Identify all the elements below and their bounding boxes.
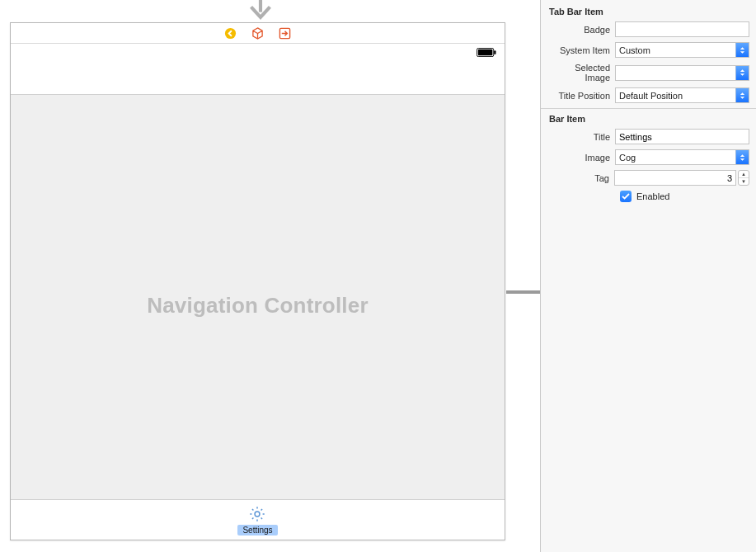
stepper-arrows-icon bbox=[735, 150, 749, 164]
svg-point-5 bbox=[256, 512, 261, 517]
title-position-select[interactable]: Default Position bbox=[615, 87, 749, 103]
row-selected-image: Selected Image bbox=[547, 63, 749, 83]
stepper-arrows-icon bbox=[735, 43, 749, 57]
stepper-down-icon[interactable]: ▼ bbox=[739, 178, 749, 185]
label-title-position: Title Position bbox=[547, 91, 615, 101]
status-bar bbox=[11, 44, 505, 60]
tab-bar: Settings bbox=[11, 499, 505, 540]
tag-field[interactable] bbox=[614, 170, 736, 186]
label-title: Title bbox=[547, 132, 615, 142]
scene-nav-icon[interactable] bbox=[224, 27, 237, 40]
navigation-controller-scene[interactable]: Navigation Controller Settings bbox=[10, 22, 505, 540]
selected-image-select[interactable] bbox=[615, 65, 749, 81]
row-image: Image Cog bbox=[547, 149, 749, 165]
tab-item-label: Settings bbox=[237, 525, 277, 535]
label-tag: Tag bbox=[547, 173, 614, 183]
section-title-bar-item: Bar Item bbox=[549, 114, 749, 124]
row-title: Title bbox=[547, 129, 749, 144]
image-select[interactable]: Cog bbox=[615, 149, 749, 165]
scene-content-label: Navigation Controller bbox=[147, 293, 369, 318]
row-badge: Badge bbox=[547, 21, 749, 37]
svg-point-0 bbox=[225, 27, 236, 38]
badge-field[interactable] bbox=[615, 21, 749, 37]
title-field[interactable] bbox=[615, 129, 749, 144]
row-tag: Tag ▲ ▼ bbox=[547, 170, 749, 186]
scene-toolbar bbox=[11, 23, 505, 44]
stepper-arrows-icon bbox=[735, 88, 749, 102]
label-badge: Badge bbox=[547, 25, 615, 35]
tag-stepper[interactable]: ▲ ▼ bbox=[738, 170, 749, 186]
svg-rect-4 bbox=[494, 50, 495, 54]
navigation-bar bbox=[11, 60, 505, 95]
system-item-select[interactable]: Custom bbox=[615, 42, 749, 58]
section-title-tab-bar-item: Tab Bar Item bbox=[549, 7, 749, 17]
label-system-item: System Item bbox=[547, 45, 615, 55]
cog-icon bbox=[248, 505, 266, 523]
stepper-up-icon[interactable]: ▲ bbox=[739, 171, 749, 178]
segue-arrow-icon bbox=[239, 0, 282, 23]
scene-content: Navigation Controller bbox=[11, 95, 505, 516]
label-selected-image: Selected Image bbox=[547, 63, 615, 83]
selection-connector bbox=[506, 290, 541, 294]
section-divider bbox=[541, 108, 756, 109]
enabled-checkbox[interactable] bbox=[620, 191, 632, 202]
scene-exit-icon[interactable] bbox=[279, 27, 291, 40]
svg-rect-3 bbox=[478, 49, 493, 54]
storyboard-canvas[interactable]: Navigation Controller Settings bbox=[0, 0, 540, 552]
battery-icon bbox=[477, 48, 496, 57]
label-enabled: Enabled bbox=[636, 191, 669, 201]
scene-first-responder-icon[interactable] bbox=[251, 27, 264, 40]
row-enabled: Enabled bbox=[620, 191, 749, 202]
row-title-position: Title Position Default Position bbox=[547, 87, 749, 103]
stepper-arrows-icon bbox=[735, 66, 749, 80]
row-system-item: System Item Custom bbox=[547, 42, 749, 58]
attributes-inspector: Tab Bar Item Badge System Item Custom Se… bbox=[541, 0, 756, 552]
label-image: Image bbox=[547, 153, 615, 163]
tab-item-settings[interactable]: Settings bbox=[237, 505, 277, 535]
